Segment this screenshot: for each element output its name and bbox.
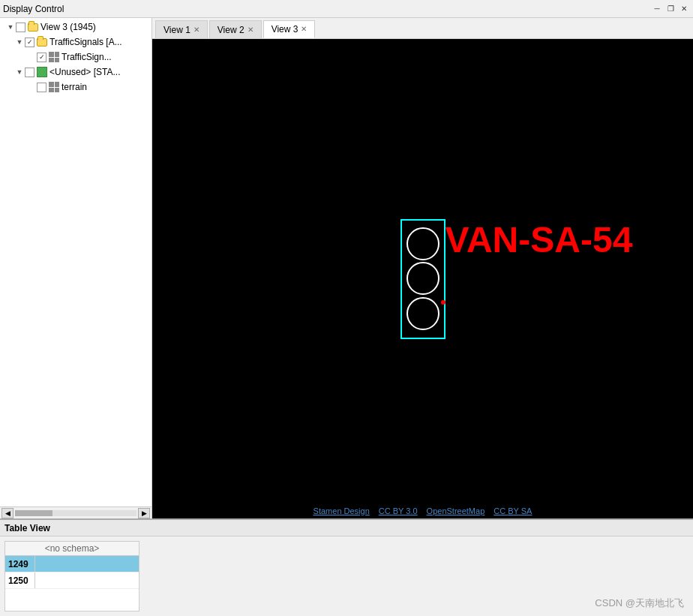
tab-view3-label: View 3	[272, 24, 298, 35]
checkbox-terrain[interactable]	[37, 83, 46, 92]
label-terrain: terrain	[62, 82, 87, 92]
table-cell-val-1	[35, 556, 139, 572]
label-unused: <Unused> [STA...	[50, 67, 121, 77]
attribution-osm[interactable]: OpenStreetMap	[427, 506, 485, 515]
signal-box	[400, 219, 446, 339]
green-square-icon-unused	[36, 66, 48, 78]
folder-icon-trafficsignals	[36, 36, 48, 48]
display-control-title: Display Control	[3, 4, 651, 14]
tab-view2-label: View 2	[218, 25, 244, 35]
table-row[interactable]: 1249	[5, 556, 139, 572]
table-view-area: Table View <no schema> 1249 1250 CSDN @天…	[0, 518, 693, 616]
map-viewport[interactable]: VAN-SA-54 Stamen Design CC BY 3.0 OpenSt…	[152, 39, 693, 518]
sidebar-scrollbar: ◀ ▶	[0, 506, 152, 518]
table-view-header: Table View	[0, 520, 693, 536]
table-inner: <no schema> 1249 1250	[4, 541, 140, 611]
main-layout: ▼ View 3 (1945) ▼ TrafficSignals [A...	[0, 18, 693, 616]
checkbox-trafficsignals[interactable]	[25, 38, 34, 47]
signal-circle-top	[406, 227, 440, 260]
tab-view1-label: View 1	[164, 25, 190, 35]
watermark: CSDN @天南地北飞	[595, 596, 684, 610]
scroll-left-button[interactable]: ◀	[2, 508, 14, 518]
tab-view1-close[interactable]: ✕	[194, 26, 200, 34]
tab-view2-close[interactable]: ✕	[248, 26, 254, 34]
map-attribution: Stamen Design CC BY 3.0 OpenStreetMap CC…	[314, 506, 532, 515]
expand-icon-trafficsignals[interactable]: ▼	[15, 38, 24, 47]
table-content: <no schema> 1249 1250 CSDN @天南地北飞	[0, 536, 693, 616]
window-controls: ─ ❐ ✕	[651, 3, 690, 15]
tree-item-unused[interactable]: ▼ <Unused> [STA...	[0, 65, 152, 80]
display-control-panel: ▼ View 3 (1945) ▼ TrafficSignals [A...	[0, 18, 152, 518]
scroll-track[interactable]	[15, 510, 136, 516]
scroll-thumb[interactable]	[15, 510, 52, 516]
table-cell-val-2	[35, 572, 139, 588]
tree-item-trafficsign[interactable]: ▶ TrafficSign...	[0, 50, 152, 65]
scroll-right-button[interactable]: ▶	[138, 508, 150, 518]
layer-tree: ▼ View 3 (1945) ▼ TrafficSignals [A...	[0, 18, 152, 506]
view-tabs-bar: View 1 ✕ View 2 ✕ View 3 ✕	[152, 18, 693, 39]
tree-item-trafficsignals[interactable]: ▼ TrafficSignals [A...	[0, 35, 152, 50]
label-view3: View 3 (1945)	[40, 22, 96, 32]
close-button[interactable]: ✕	[678, 3, 690, 15]
tree-item-terrain[interactable]: ▶ terrain	[0, 80, 152, 95]
table-view-title: Table View	[4, 523, 50, 533]
attribution-ccbysa[interactable]: CC BY SA	[494, 506, 532, 515]
signal-id-text: VAN-SA-54	[446, 220, 633, 260]
display-control-bar: Display Control ─ ❐ ✕	[0, 0, 693, 18]
restore-button[interactable]: ❐	[664, 3, 676, 15]
tree-item-view3[interactable]: ▼ View 3 (1945)	[0, 20, 152, 35]
tab-view2[interactable]: View 2 ✕	[209, 20, 262, 38]
viewport-wrapper: View 1 ✕ View 2 ✕ View 3 ✕	[152, 18, 693, 518]
label-trafficsignals: TrafficSignals [A...	[50, 37, 122, 47]
table-cell-id-2: 1250	[5, 572, 35, 588]
tab-view3[interactable]: View 3 ✕	[263, 20, 316, 38]
upper-area: ▼ View 3 (1945) ▼ TrafficSignals [A...	[0, 18, 693, 518]
signal-id-label: VAN-SA-54	[446, 219, 633, 260]
signal-dot	[441, 300, 446, 305]
traffic-signal	[400, 219, 446, 339]
grid-icon-terrain	[48, 81, 60, 93]
checkbox-unused[interactable]	[25, 68, 34, 77]
tab-view3-close[interactable]: ✕	[301, 26, 307, 33]
minimize-button[interactable]: ─	[651, 3, 663, 15]
signal-circle-bottom	[406, 297, 440, 330]
expand-icon-unused[interactable]: ▼	[15, 68, 24, 77]
signal-circle-middle	[406, 262, 440, 295]
table-col-header: <no schema>	[5, 542, 139, 556]
attribution-stamen[interactable]: Stamen Design	[314, 506, 370, 515]
label-trafficsign: TrafficSign...	[62, 52, 112, 62]
attribution-ccby[interactable]: CC BY 3.0	[379, 506, 418, 515]
watermark-text: CSDN @天南地北飞	[595, 597, 684, 608]
checkbox-view3[interactable]	[16, 23, 26, 32]
table-cell-id-1: 1249	[5, 556, 35, 572]
table-row[interactable]: 1250	[5, 572, 139, 589]
col-header-label: <no schema>	[45, 543, 100, 554]
expand-icon-view3[interactable]: ▼	[6, 23, 15, 32]
tab-view1[interactable]: View 1 ✕	[155, 20, 208, 38]
checkbox-trafficsign[interactable]	[37, 53, 46, 62]
folder-icon-view3	[27, 21, 39, 33]
grid-icon-trafficsign	[48, 51, 60, 63]
